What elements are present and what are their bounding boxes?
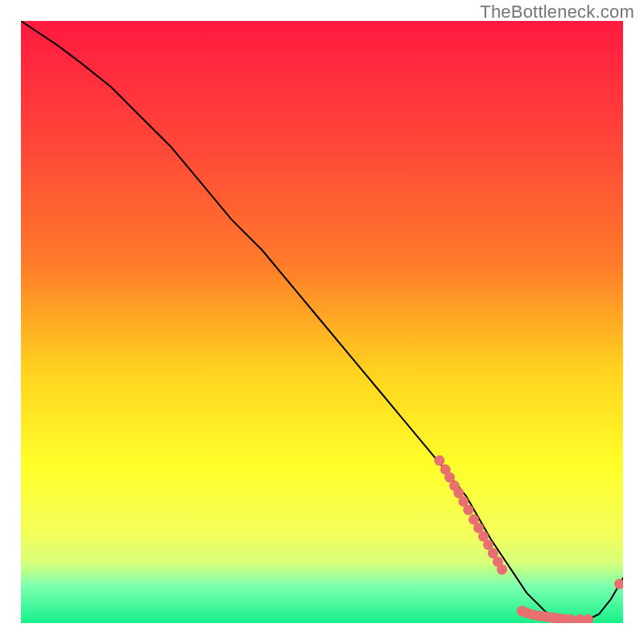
data-point (497, 564, 507, 575)
data-point (463, 505, 473, 515)
plot-area (21, 21, 623, 623)
watermark-text: TheBottleneck.com (480, 2, 634, 23)
data-point (434, 456, 444, 466)
chart-svg (21, 21, 623, 623)
chart-canvas: TheBottleneck.com (0, 0, 644, 644)
